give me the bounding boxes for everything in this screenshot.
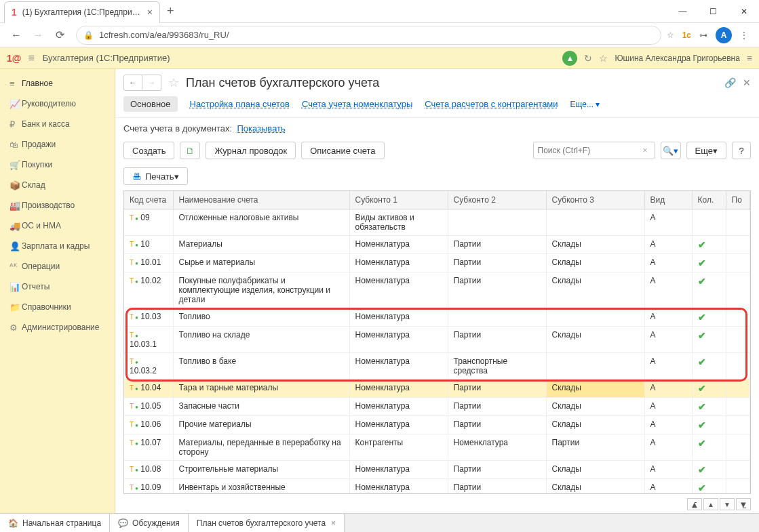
sidebar-item-4[interactable]: 🛒Покупки <box>0 155 115 175</box>
menu-icon[interactable]: ⋮ <box>740 30 748 40</box>
table-cell <box>726 209 750 236</box>
table-row[interactable]: T● 10.01Сырье и материалыНоменклатураПар… <box>124 254 750 272</box>
column-header[interactable]: Субконто 2 <box>448 191 546 209</box>
sidebar-item-5[interactable]: 📦Склад <box>0 175 115 195</box>
scroll-top-button[interactable]: ▲̄ <box>687 498 702 510</box>
browser-tab[interactable]: 1 (1) Бухгалтерия (1С:Предприяти × <box>4 1 160 23</box>
page-tab-3[interactable]: Счета расчетов с контрагентами <box>425 96 558 112</box>
url-box[interactable]: 🔒 1cfresh.com/a/ea/993683/ru_RU/ <box>76 26 661 45</box>
table-cell: ✔ <box>692 308 726 327</box>
table-cell: T● 10.05 <box>124 398 173 416</box>
table-cell: Партии <box>448 327 546 353</box>
copy-button[interactable]: 🗋 <box>180 142 200 159</box>
table-cell: Склады <box>546 327 644 353</box>
nav-forward-button[interactable]: → <box>142 75 161 91</box>
table-cell <box>448 308 546 327</box>
profile-avatar[interactable]: А <box>716 27 732 43</box>
sidebar-item-0[interactable]: ≡Главное <box>0 73 115 94</box>
sidebar-item-8[interactable]: 👤Зарплата и кадры <box>0 236 115 256</box>
hamburger-icon[interactable]: ≡ <box>28 52 34 64</box>
column-header[interactable]: Субконто 1 <box>349 191 448 209</box>
ext-1c-icon[interactable]: 1c <box>682 30 691 40</box>
table-cell: Номенклатура <box>448 434 546 461</box>
forward-button[interactable]: → <box>27 25 49 45</box>
create-button[interactable]: Создать <box>123 142 174 159</box>
sidebar-item-11[interactable]: 📁Справочники <box>0 297 115 317</box>
page-tab-1[interactable]: Настройка плана счетов <box>190 96 290 112</box>
journal-button[interactable]: Журнал проводок <box>206 142 296 159</box>
column-header[interactable]: Кол. <box>692 191 726 209</box>
table-row[interactable]: T● 10.09Инвентарь и хозяйственные принад… <box>124 479 750 495</box>
page-close-icon[interactable]: ✕ <box>743 77 751 88</box>
close-window-button[interactable]: ✕ <box>728 0 759 23</box>
search-clear-icon[interactable]: × <box>640 146 650 155</box>
back-button[interactable]: ← <box>5 25 27 45</box>
page-tab-more[interactable]: Еще... ▾ <box>570 100 600 109</box>
scroll-down-button[interactable]: ▼ <box>720 498 735 510</box>
maximize-button[interactable]: ☐ <box>698 0 728 23</box>
table-row[interactable]: T● 10.04Тара и тарные материалыНоменклат… <box>124 380 750 398</box>
key-icon[interactable]: ⊶ <box>699 30 707 40</box>
table-row[interactable]: T● 10.02Покупные полуфабрикаты и комплек… <box>124 272 750 308</box>
sidebar-label: Главное <box>22 79 53 88</box>
sidebar-item-9[interactable]: ᴬᴷОперации <box>0 256 115 277</box>
table-row[interactable]: T● 10.05Запасные частиНоменклатураПартии… <box>124 398 750 416</box>
search-box[interactable]: × <box>533 142 655 159</box>
tab-close-icon[interactable]: × <box>147 7 153 18</box>
sidebar-item-2[interactable]: ₽Банк и касса <box>0 114 115 134</box>
sidebar-item-1[interactable]: 📈Руководителю <box>0 94 115 114</box>
table-row[interactable]: T● 10МатериалыНоменклатураПартииСкладыА✔ <box>124 236 750 254</box>
help-button[interactable]: ? <box>732 142 751 159</box>
page-tab-0[interactable]: Основное <box>123 96 178 112</box>
nav-back-button[interactable]: ← <box>123 75 142 91</box>
sidebar-item-7[interactable]: 🚚ОС и НМА <box>0 216 115 236</box>
star-icon[interactable]: ☆ <box>667 30 674 40</box>
table-cell: ✔ <box>692 434 726 461</box>
bottom-tab-close-icon[interactable]: × <box>331 518 336 528</box>
sidebar-item-10[interactable]: 📊Отчеты <box>0 277 115 297</box>
link-icon[interactable]: 🔗 <box>724 77 736 88</box>
sidebar-item-3[interactable]: 🛍Продажи <box>0 134 115 155</box>
description-button[interactable]: Описание счета <box>301 142 384 159</box>
info-link[interactable]: Показывать <box>237 123 285 134</box>
sidebar-item-12[interactable]: ⚙Администрирование <box>0 317 115 337</box>
column-header[interactable]: По <box>726 191 750 209</box>
table-row[interactable]: T● 10.06Прочие материалыНоменклатураПарт… <box>124 416 750 434</box>
app-menu-icon[interactable]: ≡ <box>747 53 752 64</box>
notification-badge[interactable]: ▲ <box>562 51 577 66</box>
table-cell: Топливо <box>173 308 349 327</box>
table-row[interactable]: T● 10.03.1Топливо на складеНоменклатураП… <box>124 327 750 353</box>
sidebar-item-6[interactable]: 🏭Производство <box>0 195 115 216</box>
table-row[interactable]: T● 10.07Материалы, переданные в перерабо… <box>124 434 750 461</box>
more-button[interactable]: Еще ▾ <box>686 142 726 159</box>
table-cell: ✔ <box>692 461 726 479</box>
scroll-buttons: ▲̄ ▲ ▼ ▼̲ <box>115 498 759 513</box>
column-header[interactable]: Субконто 3 <box>546 191 644 209</box>
table-row[interactable]: T● 10.03ТопливоНоменклатураА✔ <box>124 308 750 327</box>
bottom-tab-2[interactable]: План счетов бухгалтерского учета× <box>189 514 345 532</box>
table-cell: Партии <box>448 236 546 254</box>
page-tab-2[interactable]: Счета учета номенклатуры <box>302 96 412 112</box>
search-exec-button[interactable]: 🔍▾ <box>661 142 681 159</box>
table-cell: Партии <box>448 416 546 434</box>
bottom-tab-0[interactable]: 🏠Начальная страница <box>0 514 110 532</box>
column-header[interactable]: Вид <box>644 191 692 209</box>
scroll-up-button[interactable]: ▲ <box>703 498 718 510</box>
table-row[interactable]: T● 10.03.2Топливо в бакеНоменклатураТран… <box>124 353 750 380</box>
table-row[interactable]: T● 09Отложенные налоговые активыВиды акт… <box>124 209 750 236</box>
history-icon[interactable]: ↻ <box>584 53 592 64</box>
table-cell: Партии <box>448 272 546 308</box>
minimize-button[interactable]: — <box>667 0 698 23</box>
table-row[interactable]: T● 10.08Строительные материалыНоменклату… <box>124 461 750 479</box>
new-tab-button[interactable]: + <box>167 4 174 18</box>
table-cell: Номенклатура <box>349 479 448 495</box>
scroll-bottom-button[interactable]: ▼̲ <box>736 498 751 510</box>
search-input[interactable] <box>538 146 640 155</box>
print-button[interactable]: 🖶 Печать ▾ <box>123 167 188 185</box>
page-star-icon[interactable]: ☆ <box>168 75 179 90</box>
column-header[interactable]: Наименование счета <box>173 191 349 209</box>
favorite-icon[interactable]: ☆ <box>599 53 608 64</box>
bottom-tab-1[interactable]: 💬Обсуждения <box>110 514 189 532</box>
column-header[interactable]: Код счета <box>124 191 173 209</box>
reload-button[interactable]: ⟳ <box>49 25 71 45</box>
